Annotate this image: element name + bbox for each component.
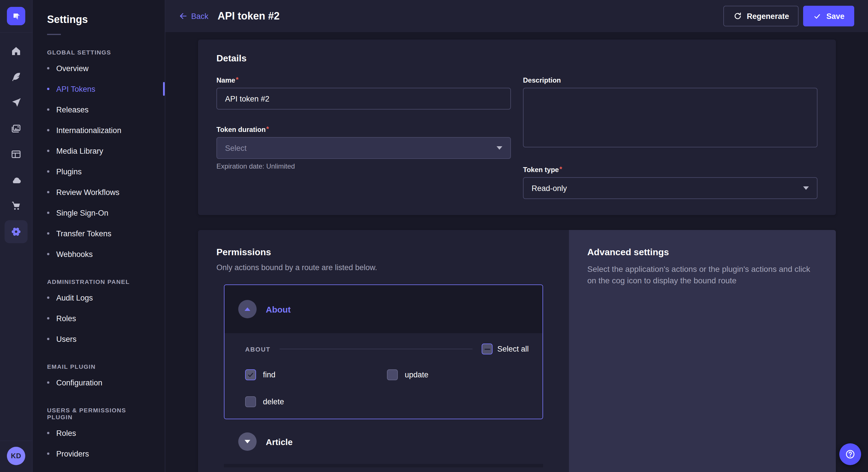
sidebar-item-review-workflows[interactable]: Review Workflows [32, 182, 165, 202]
required-marker: * [559, 166, 562, 174]
find-checkbox[interactable] [245, 369, 256, 380]
expand-toggle-icon[interactable] [238, 432, 257, 451]
bullet-icon [47, 150, 50, 152]
bullet-icon [47, 191, 50, 193]
bullet-icon [47, 108, 50, 111]
select-all-checkbox[interactable] [482, 343, 493, 355]
cloud-icon[interactable] [5, 169, 28, 192]
help-button[interactable] [839, 443, 861, 465]
advanced-settings-panel: Advanced settings Select the application… [569, 230, 836, 472]
back-arrow-icon [179, 11, 188, 21]
page-title: API token #2 [218, 10, 280, 22]
select-all-label: Select all [497, 345, 529, 353]
permissions-panel: Permissions Only actions bound by a rout… [198, 230, 569, 472]
sidebar-item-up-roles[interactable]: Roles [32, 423, 165, 443]
token-type-select[interactable]: Read-only [523, 177, 817, 199]
layout-icon[interactable] [5, 143, 28, 166]
cart-icon[interactable] [5, 194, 28, 217]
sidebar-item-single-sign-on[interactable]: Single Sign-On [32, 202, 165, 223]
name-input[interactable] [216, 88, 511, 109]
bullet-icon [47, 317, 50, 319]
sidebar-item-overview[interactable]: Overview [32, 58, 165, 78]
sidebar-item-admin-roles[interactable]: Roles [32, 308, 165, 329]
bullet-icon [47, 170, 50, 173]
sidebar-item-releases[interactable]: Releases [32, 99, 165, 120]
delete-checkbox[interactable] [245, 396, 256, 407]
sidebar-item-transfer-tokens[interactable]: Transfer Tokens [32, 223, 165, 244]
indeterminate-dash-icon [484, 348, 490, 349]
subpermission-label: ABOUT [245, 345, 270, 352]
update-checkbox[interactable] [387, 369, 398, 380]
accordion-body-about: ABOUT Select all find [224, 333, 542, 419]
permissions-subtitle: Only actions bound by a route are listed… [216, 263, 551, 272]
bullet-icon [47, 338, 50, 340]
bullet-icon [47, 452, 50, 455]
sidebar-item-webhooks[interactable]: Webhooks [32, 244, 165, 264]
user-avatar[interactable]: KD [7, 447, 25, 465]
description-textarea[interactable] [523, 88, 817, 147]
expiration-hint: Expiration date: Unlimited [216, 162, 511, 170]
refresh-icon [733, 11, 742, 21]
advanced-settings-description: Select the application's actions or the … [587, 263, 817, 286]
accordion-group-about: About ABOUT Select all [224, 284, 543, 419]
regenerate-button[interactable]: Regenerate [723, 6, 799, 26]
section-label-users-permissions-plugin: USERS & PERMISSIONS PLUGIN [47, 407, 150, 420]
rail-bottom-divider [0, 440, 32, 441]
back-label: Back [191, 12, 208, 20]
bullet-icon [47, 212, 50, 214]
media-library-icon[interactable] [5, 117, 28, 140]
accordion-header-article[interactable]: Article [224, 419, 543, 464]
bullet-icon [47, 88, 50, 90]
save-button[interactable]: Save [803, 6, 854, 26]
chevron-down-icon [497, 146, 502, 150]
sidebar-item-admin-users[interactable]: Users [32, 329, 165, 349]
section-label-global-settings: GLOBAL SETTINGS [47, 49, 150, 56]
collapse-toggle-icon[interactable] [238, 300, 257, 318]
divider-line [280, 349, 472, 349]
main-nav-rail: KD [0, 0, 33, 472]
accordion-title: About [266, 304, 291, 314]
main-content: Details Name* Token duration* Select [165, 32, 868, 472]
sidebar-title: Settings [47, 14, 165, 26]
name-label: Name* [216, 76, 511, 84]
description-label: Description [523, 76, 817, 84]
permissions-card: Permissions Only actions bound by a rout… [198, 230, 836, 472]
details-title: Details [216, 53, 817, 64]
chevron-down-icon [245, 440, 250, 443]
strapi-logo-icon [10, 10, 22, 22]
check-icon [247, 371, 254, 378]
home-icon[interactable] [5, 40, 28, 63]
sidebar-item-plugins[interactable]: Plugins [32, 161, 165, 182]
permission-action-delete: delete [245, 396, 387, 407]
token-type-value: Read-only [532, 184, 567, 193]
sidebar-item-up-providers[interactable]: Providers [32, 443, 165, 464]
app-window: KD Settings GLOBAL SETTINGS Overview API… [0, 0, 868, 472]
send-icon[interactable] [5, 91, 28, 114]
bullet-icon [47, 381, 50, 384]
sidebar-item-media-library[interactable]: Media Library [32, 140, 165, 161]
question-circle-icon [844, 448, 856, 460]
section-label-email-plugin: EMAIL PLUGIN [47, 363, 150, 370]
accordion-header-about[interactable]: About [224, 285, 542, 333]
strapi-logo[interactable] [7, 7, 25, 25]
token-duration-select[interactable]: Select [216, 137, 511, 159]
token-duration-label: Token duration* [216, 126, 511, 134]
sidebar-item-audit-logs[interactable]: Audit Logs [32, 287, 165, 308]
chevron-down-icon [803, 187, 809, 190]
settings-gear-icon[interactable] [5, 220, 28, 243]
rail-divider [0, 32, 32, 33]
sidebar-item-internationalization[interactable]: Internationalization [32, 120, 165, 140]
sidebar-item-api-tokens[interactable]: API Tokens [32, 78, 165, 99]
permission-action-update: update [387, 369, 529, 380]
sidebar-item-email-configuration[interactable]: Configuration [32, 372, 165, 393]
feather-icon[interactable] [5, 65, 28, 88]
bullet-icon [47, 253, 50, 255]
required-marker: * [267, 126, 269, 134]
bullet-icon [47, 432, 50, 434]
back-button[interactable]: Back [179, 11, 208, 21]
save-label: Save [826, 12, 844, 20]
token-type-label: Token type* [523, 166, 817, 174]
required-marker: * [236, 76, 238, 84]
page-header: Back API token #2 Regenerate Save [165, 0, 868, 32]
settings-sidebar: Settings GLOBAL SETTINGS Overview API To… [32, 0, 165, 472]
